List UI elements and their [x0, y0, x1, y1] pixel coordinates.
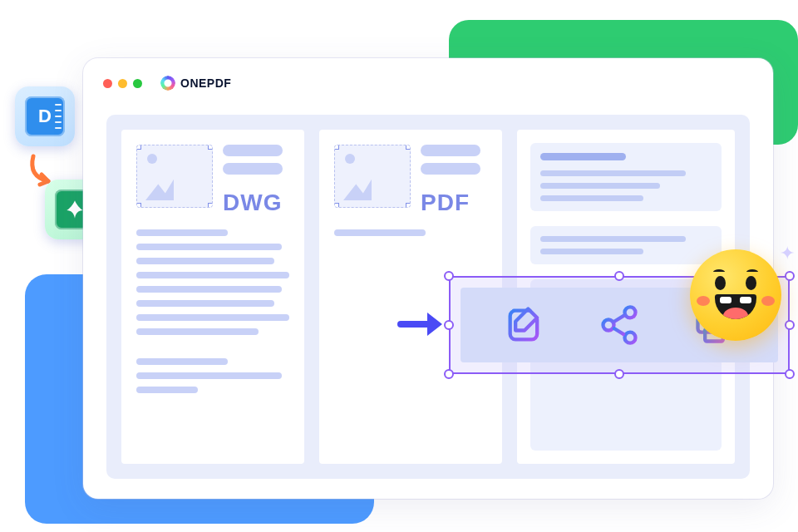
- window-zoom-button[interactable]: [133, 79, 142, 88]
- svg-line-5: [613, 328, 624, 335]
- edit-icon[interactable]: [503, 303, 546, 347]
- svg-point-1: [625, 307, 636, 318]
- selection-handle[interactable]: [444, 369, 454, 379]
- conversion-arrow-icon: [397, 308, 447, 341]
- share-icon[interactable]: [598, 303, 641, 347]
- selection-handle[interactable]: [614, 369, 624, 379]
- skeleton-bar: [421, 163, 480, 175]
- window-close-button[interactable]: [103, 79, 112, 88]
- source-document: DWG: [121, 130, 304, 464]
- dwg-file-badge: D: [15, 86, 75, 146]
- brand-logo: ONEPDF: [160, 76, 231, 91]
- titlebar: ONEPDF: [83, 58, 773, 108]
- target-format-label: PDF: [421, 190, 487, 216]
- svg-line-4: [613, 315, 624, 323]
- selection-handle[interactable]: [444, 271, 454, 281]
- skeleton-bar: [421, 145, 480, 156]
- brand-name: ONEPDF: [180, 76, 231, 90]
- image-placeholder-icon: [136, 145, 213, 208]
- skeleton-bar: [223, 163, 283, 175]
- window-minimize-button[interactable]: [118, 79, 127, 88]
- selection-handle[interactable]: [444, 320, 454, 330]
- dwg-letter: D: [38, 106, 52, 127]
- svg-point-2: [603, 320, 614, 331]
- brand-swirl-icon: [160, 76, 175, 91]
- source-format-label: DWG: [223, 190, 289, 216]
- selection-handle[interactable]: [785, 271, 795, 281]
- side-panel-block: [530, 143, 722, 211]
- skeleton-bar: [223, 145, 283, 156]
- svg-point-3: [625, 332, 636, 343]
- selection-handle[interactable]: [785, 320, 795, 330]
- happy-emoji-icon: [690, 249, 781, 341]
- side-panel-block: [530, 226, 722, 264]
- sparkle-decor: ✦: [780, 243, 795, 264]
- selection-handle[interactable]: [614, 271, 624, 281]
- image-placeholder-icon: [334, 145, 411, 208]
- selection-handle[interactable]: [785, 369, 795, 379]
